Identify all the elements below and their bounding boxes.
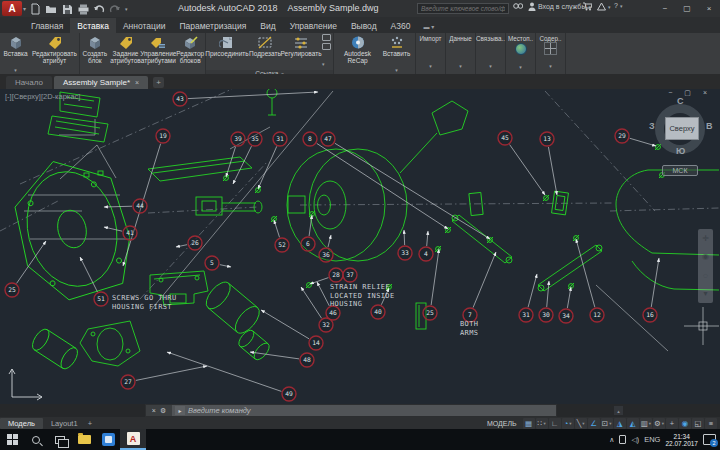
ribbon-tab-7[interactable]: A360 — [384, 18, 418, 33]
attach-button[interactable]: Присоединить — [206, 34, 248, 70]
ribbon-display-toggle-icon[interactable]: ▬ ▾ — [423, 23, 434, 33]
close-button[interactable]: × — [698, 0, 720, 17]
taskbar-clock[interactable]: 21:34 22.07.2017 — [665, 433, 698, 447]
annotation-scale-icon[interactable]: ▥▾ — [640, 418, 652, 429]
file-tab-drawing[interactable]: Assembly Sample* × — [54, 76, 148, 89]
annotation-monitor-icon[interactable]: + — [666, 418, 678, 429]
clip-button[interactable]: Подрезать — [248, 34, 282, 70]
command-recent-icon[interactable]: ▸ — [175, 406, 185, 415]
snap-icon[interactable]: ∷▾ — [536, 418, 548, 429]
volume-icon[interactable]: ◁) — [631, 436, 639, 444]
plot-icon[interactable] — [77, 3, 89, 15]
search-icon[interactable] — [513, 2, 523, 10]
autodesk-app-icon[interactable] — [597, 2, 611, 11]
recap-button[interactable]: Autodesk ReCap — [336, 34, 380, 76]
insert-point-cloud-button[interactable]: Вставить — [380, 34, 414, 76]
zoom-icon[interactable]: ◉ — [702, 252, 709, 261]
svg-text:31: 31 — [522, 311, 530, 318]
svg-text:49: 49 — [285, 390, 293, 397]
collapsed-panel-4[interactable]: Содер.. — [536, 33, 566, 74]
save-icon[interactable] — [61, 3, 73, 15]
ribbon-tab-1[interactable]: Вставка — [70, 18, 116, 33]
annotation-visibility-icon[interactable]: ◮ — [614, 418, 626, 429]
customization-menu-icon[interactable]: ≡ — [705, 418, 717, 429]
collapsed-panel-3[interactable]: Местоп.. — [506, 33, 536, 74]
viewcube-north[interactable]: С — [677, 96, 684, 106]
taskbar-search-icon[interactable] — [24, 429, 48, 450]
help-icon[interactable]: ? — [614, 2, 622, 9]
open-file-icon[interactable] — [45, 3, 57, 15]
viewcube[interactable]: С В Ю З Сверху — [646, 95, 716, 165]
svg-text:29: 29 — [618, 132, 626, 139]
redo-icon[interactable] — [109, 3, 121, 15]
drawing-annotation-0: HOUSING FIRST — [112, 303, 172, 311]
ribbon-tab-0[interactable]: Главная — [24, 18, 70, 33]
layout-tab-model[interactable]: Модель — [0, 418, 43, 429]
navigation-bar[interactable]: ✛ ◉ ◌ ▾ — [698, 229, 713, 303]
viewport-controls-label[interactable]: [-][Сверху][2D-каркас] — [5, 92, 80, 101]
autocad-taskbar-icon[interactable]: A — [120, 429, 146, 450]
autoscale-icon[interactable]: ◭ — [627, 418, 639, 429]
collapsed-panel-0[interactable]: Импорт — [416, 33, 446, 74]
undo-icon[interactable] — [93, 3, 105, 15]
ortho-icon[interactable]: ∟ — [549, 418, 561, 429]
workspace-gear-icon[interactable]: ⚙▾ — [653, 418, 665, 429]
viewcube-south[interactable]: Ю — [676, 146, 685, 156]
file-tab-close-icon[interactable]: × — [135, 79, 139, 86]
logo-dropdown-icon[interactable]: ▾ — [23, 5, 26, 12]
frames-mini-icon[interactable] — [322, 34, 331, 41]
ribbon-tab-5[interactable]: Управление — [283, 18, 344, 33]
command-close-icon[interactable]: × — [152, 407, 156, 414]
navbar-more-icon[interactable]: ▾ — [703, 289, 707, 298]
maximize-button[interactable]: ▢ — [676, 0, 698, 17]
object-snap-icon[interactable]: ⊡▾ — [601, 418, 613, 429]
balloon-13: 13 — [540, 132, 554, 146]
command-line[interactable]: × ⚙ ▸ Введите команду — [145, 404, 557, 417]
orbit-icon[interactable]: ◌ — [703, 271, 708, 280]
new-file-icon[interactable] — [29, 3, 41, 15]
polar-tracking-icon[interactable]: ◔▾ — [562, 418, 574, 429]
collapsed-panel-2[interactable]: Связыва.. — [476, 33, 506, 74]
ribbon-tab-6[interactable]: Вывод — [344, 18, 384, 33]
qat-dropdown-icon[interactable] — [125, 6, 128, 12]
tray-app-icon[interactable] — [619, 435, 626, 444]
adjust-button[interactable]: Регулировать — [282, 34, 320, 70]
mini-dropdown-icon[interactable] — [322, 52, 331, 70]
start-button[interactable] — [0, 429, 24, 450]
model-space-badge[interactable]: МОДЕЛЬ — [487, 420, 517, 427]
autocad-logo-icon[interactable]: A — [2, 1, 22, 16]
pan-icon[interactable]: ✛ — [702, 234, 709, 243]
viewcube-east[interactable]: В — [706, 121, 713, 131]
task-view-icon[interactable] — [48, 429, 72, 450]
object-snap-tracking-icon[interactable]: ∠ — [588, 418, 600, 429]
isodraft-icon[interactable]: ╲▾ — [575, 418, 587, 429]
layout-tab-layout1[interactable]: Layout1 — [43, 418, 86, 429]
file-explorer-icon[interactable] — [72, 429, 96, 450]
hardware-acceleration-icon[interactable]: ◉ — [679, 418, 691, 429]
new-drawing-tab-button[interactable]: + — [153, 77, 164, 88]
command-customize-icon[interactable]: ⚙ — [160, 407, 166, 415]
clean-screen-icon[interactable]: ◱ — [692, 418, 704, 429]
drawing-canvas[interactable]: 4319393531847451329254441265526363342837… — [0, 89, 720, 404]
action-center-icon[interactable]: 2 — [703, 434, 716, 445]
store-cart-icon[interactable] — [582, 2, 592, 11]
viewcube-face-top[interactable]: Сверху — [665, 117, 699, 140]
ribbon-tab-2[interactable]: Аннотации — [116, 18, 173, 33]
file-tab-start[interactable]: Начало — [6, 76, 52, 89]
svg-text:13: 13 — [543, 135, 551, 142]
scroll-up-icon[interactable]: ▴ — [614, 406, 623, 415]
pinned-app-icon[interactable] — [96, 429, 120, 450]
ribbon-tab-4[interactable]: Вид — [253, 18, 282, 33]
collapsed-panel-1[interactable]: Данные — [446, 33, 476, 74]
language-indicator[interactable]: ENG — [644, 435, 660, 444]
ribbon-tab-3[interactable]: Параметризация — [172, 18, 253, 33]
snap-underlay-mini-icon[interactable] — [322, 43, 331, 50]
search-input[interactable] — [417, 3, 509, 14]
hidden-icons-chevron[interactable]: ∧ — [609, 436, 614, 444]
command-prompt[interactable]: Введите команду — [188, 406, 251, 415]
minimize-button[interactable]: − — [654, 0, 676, 17]
grid-icon[interactable]: ▦ — [523, 418, 535, 429]
new-layout-button[interactable]: + — [88, 419, 92, 428]
wcs-button[interactable]: МСК — [662, 165, 698, 176]
viewcube-west[interactable]: З — [649, 121, 655, 131]
